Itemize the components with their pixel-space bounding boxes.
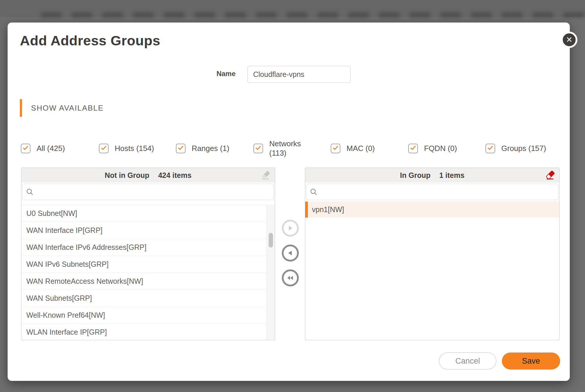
- name-input[interactable]: [248, 66, 351, 83]
- add-address-groups-dialog: Add Address Groups Name SHOW AVAILABLE A…: [8, 23, 570, 381]
- list-item[interactable]: WAN Subnets[GRP]: [21, 290, 267, 307]
- filter-label: FQDN (0): [424, 144, 457, 153]
- checkbox-all[interactable]: [21, 144, 30, 153]
- list-item[interactable]: WAN RemoteAccess Networks[NW]: [21, 273, 267, 290]
- cancel-button[interactable]: Cancel: [439, 353, 496, 369]
- filter-label: MAC (0): [346, 144, 375, 153]
- in-group-search[interactable]: [306, 184, 558, 200]
- check-icon: [333, 145, 338, 150]
- list-item-label: WAN RemoteAccess Networks[NW]: [26, 277, 143, 286]
- close-icon: ✕: [566, 35, 573, 44]
- clear-group-eraser-icon[interactable]: [545, 170, 555, 180]
- list-item-label: Well-Known Pref64[NW]: [26, 311, 105, 319]
- filter-label: Ranges (1): [192, 144, 229, 153]
- panel-item-count: 424 items: [158, 171, 191, 180]
- list-item-label: vpn1[NW]: [312, 205, 344, 214]
- search-icon: [310, 188, 318, 196]
- list-item[interactable]: U0 Subnet[NW]: [21, 205, 267, 222]
- not-in-group-list: U0 Subnet[NW] WAN Interface IP[GRP] WAN …: [21, 205, 267, 340]
- not-in-group-panel: Not in Group 424 items: [21, 168, 275, 340]
- check-icon: [488, 145, 493, 150]
- search-input[interactable]: [320, 184, 555, 200]
- list-item[interactable]: WAN IPv6 Subnets[GRP]: [21, 256, 267, 273]
- panel-title: Not in Group: [105, 171, 150, 180]
- name-field-label: Name: [195, 70, 236, 78]
- arrow-left-icon: [287, 250, 294, 257]
- filter-label: All (425): [37, 144, 65, 153]
- list-item-label: WAN IPv6 Subnets[GRP]: [26, 260, 109, 269]
- checkbox-mac[interactable]: [331, 144, 340, 153]
- double-arrow-left-icon: [287, 274, 294, 281]
- list-item[interactable]: WAN Interface IPv6 Addresses[GRP]: [21, 239, 267, 256]
- show-available-section: SHOW AVAILABLE: [20, 99, 104, 117]
- in-group-header: In Group 1 items: [305, 168, 559, 183]
- arrow-right-icon: [287, 225, 294, 232]
- scrollbar-track[interactable]: [267, 205, 275, 340]
- list-item-label: WAN Subnets[GRP]: [26, 294, 92, 302]
- search-input[interactable]: [37, 184, 270, 200]
- filter-networks[interactable]: Networks (113): [253, 139, 305, 158]
- in-group-list: vpn1[NW]: [305, 201, 559, 340]
- filter-mac[interactable]: MAC (0): [331, 144, 375, 153]
- list-item-label: WLAN Interface IP[GRP]: [26, 328, 107, 336]
- panel-item-count: 1 items: [439, 171, 464, 180]
- clear-selection-eraser-icon[interactable]: [261, 170, 271, 180]
- not-in-group-header: Not in Group 424 items: [21, 168, 275, 183]
- scrollbar-thumb[interactable]: [269, 233, 273, 247]
- search-icon: [26, 188, 34, 196]
- section-label: SHOW AVAILABLE: [31, 104, 104, 113]
- save-button[interactable]: Save: [502, 353, 560, 369]
- list-item-label: U0 Subnet[NW]: [26, 209, 77, 218]
- filter-label: Networks (113): [269, 139, 305, 158]
- check-icon: [178, 145, 183, 150]
- checkbox-fqdn[interactable]: [408, 144, 418, 153]
- move-all-left-button[interactable]: [282, 269, 299, 286]
- not-in-group-search[interactable]: [22, 184, 274, 200]
- list-item[interactable]: Well-Known Pref64[NW]: [21, 307, 267, 324]
- list-item[interactable]: WAN Interface IP[GRP]: [21, 222, 267, 239]
- filter-ranges[interactable]: Ranges (1): [176, 144, 229, 153]
- filter-all[interactable]: All (425): [21, 144, 65, 153]
- move-left-button[interactable]: [282, 245, 299, 262]
- close-button[interactable]: ✕: [561, 32, 577, 48]
- check-icon: [410, 145, 416, 150]
- filter-hosts[interactable]: Hosts (154): [99, 144, 154, 153]
- checkbox-groups[interactable]: [486, 144, 495, 153]
- checkbox-ranges[interactable]: [176, 144, 186, 153]
- in-group-panel: In Group 1 items: [305, 168, 560, 340]
- filter-groups[interactable]: Groups (157): [486, 144, 546, 153]
- filter-label: Hosts (154): [115, 144, 154, 153]
- section-accent-bar: [20, 99, 22, 117]
- selected-list-item[interactable]: vpn1[NW]: [305, 202, 559, 218]
- check-icon: [255, 145, 261, 150]
- move-right-button[interactable]: [282, 220, 299, 237]
- checkbox-networks[interactable]: [253, 144, 263, 153]
- list-item-label: WAN Interface IP[GRP]: [26, 226, 102, 235]
- dimmed-page-text-silhouette: [41, 12, 585, 18]
- checkbox-hosts[interactable]: [99, 144, 109, 153]
- panel-title: In Group: [400, 171, 430, 180]
- filter-label: Groups (157): [501, 144, 546, 153]
- filter-fqdn[interactable]: FQDN (0): [408, 144, 457, 153]
- check-icon: [101, 145, 106, 150]
- list-item-label: WAN Interface IPv6 Addresses[GRP]: [26, 243, 146, 252]
- check-icon: [23, 145, 28, 150]
- dialog-title: Add Address Groups: [20, 32, 160, 49]
- list-item[interactable]: WLAN Interface IP[GRP]: [21, 324, 267, 340]
